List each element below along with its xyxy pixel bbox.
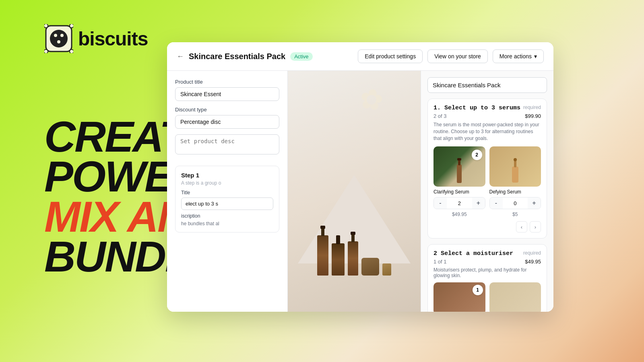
svg-rect-12 [512,167,518,183]
product-thumb-defying: Defying Serum - 0 + $5 [489,146,541,217]
edit-product-settings-button[interactable]: Edit product settings [358,49,423,63]
clarifying-serum-name: Clarifying Serum [433,189,485,195]
defying-qty-plus[interactable]: + [528,197,541,209]
discount-type-select[interactable]: Percentage disc Fixed amount No discount [175,115,279,129]
product-editor-card: ← Skincare Essentials Pack Active Edit p… [167,42,553,312]
product-image-area: ✿ [288,71,421,312]
serum-bottle-icon [451,156,467,185]
right-preview-panel: 1. Select up to 3 serums required 2 of 3… [421,71,553,312]
step1-section: Step 1 A step is a group o Title iscript… [175,166,279,232]
step2-preview-card: 2 Select a moisturiser required 1 of 1 $… [427,244,547,312]
step1-card-title: 1. Select up to 3 serums [433,105,520,111]
more-actions-button[interactable]: More actions ▾ [493,49,544,63]
svg-rect-11 [457,158,461,160]
step1-meta: 2 of 3 $99.90 [433,113,541,119]
small-jar [361,258,379,276]
bundle-title-display [427,77,547,93]
svg-point-8 [70,49,73,53]
moisturiser2-thumb [489,282,541,312]
step2-card-title: 2 Select a moisturiser [433,250,513,257]
step2-count: 1 of 1 [433,259,447,265]
step2-required-badge: required [523,250,541,256]
step1-desc-label: iscription [181,213,273,219]
svg-point-5 [44,24,48,28]
step2-desc-preview: Moisturisers protect, plump, and hydrate… [433,267,541,278]
clarifying-qty-plus[interactable]: + [472,197,485,209]
product-title-label: Product title [175,79,279,85]
defying-serum-name: Defying Serum [489,189,541,195]
step1-desc-preview: The serum is the most power-packed step … [433,121,541,142]
moisturiser2-image [489,282,541,312]
moisturiser1-badge: 1 [473,285,483,295]
flower-decoration: ✿ [357,81,386,117]
next-arrow-button[interactable]: › [530,221,541,232]
product-title-input[interactable] [175,87,279,101]
svg-point-7 [44,49,48,53]
svg-point-4 [57,40,60,43]
step1-count: 2 of 3 [433,113,447,119]
step2-meta: 1 of 1 $49.95 [433,259,541,265]
step1-title-label: Title [181,190,273,195]
step1-title-input[interactable] [181,197,273,210]
step1-preview-card: 1. Select up to 3 serums required 2 of 3… [427,99,547,239]
nav-arrows: ‹ › [433,221,541,232]
svg-point-3 [60,34,64,37]
svg-rect-13 [514,160,516,167]
chevron-down-icon: ▾ [534,53,537,60]
product-image-placeholder: ✿ [288,71,421,312]
brand-name: biscuits [78,28,148,50]
medium-bottle [332,243,345,276]
step2-products-row: 1 [433,282,541,312]
clarifying-serum-badge: 2 [472,150,482,160]
left-editor-panel: Product title Discount type Percentage d… [167,71,288,312]
svg-point-2 [54,34,57,37]
svg-point-6 [70,24,73,28]
bottle-group [317,235,391,276]
logo-area: biscuits [44,24,148,53]
clarifying-qty-control: - 2 + [433,197,485,209]
right-panel-inner: 1. Select up to 3 serums required 2 of 3… [421,71,553,312]
clarifying-qty-minus[interactable]: - [434,197,447,209]
discount-type-label: Discount type [175,107,279,113]
defying-serum-image [489,146,541,187]
product-name-header: Skincare Essentials Pack [189,52,285,61]
svg-rect-10 [458,160,460,165]
card-body: Product title Discount type Percentage d… [167,71,553,312]
defying-qty-value: 0 [503,200,528,206]
svg-rect-9 [457,165,462,183]
clarifying-price: $49.95 [433,212,485,217]
biscuits-logo-icon [44,24,73,53]
moisturiser1-thumb: 1 [433,282,485,312]
tall-bottle [317,235,328,276]
step2-card-header: 2 Select a moisturiser required [433,250,541,257]
defying-price: $5 [489,212,541,217]
tiny-bottle [382,263,391,276]
svg-point-14 [514,158,517,161]
step1-title: Step 1 [181,172,273,179]
moisturiser1-image: 1 [433,282,485,312]
step1-card-header: 1. Select up to 3 serums required [433,105,541,111]
clarifying-serum-image: 2 [433,146,485,187]
step1-price: $99.90 [525,113,541,119]
dropper-bottle-icon [507,156,523,185]
step1-description: A step is a group o [181,180,273,186]
card-header: ← Skincare Essentials Pack Active Edit p… [167,42,553,71]
defying-qty-control: - 0 + [489,197,541,209]
prev-arrow-button[interactable]: ‹ [516,221,527,232]
product-thumb-clarifying: 2 Clarifying Serum - [433,146,485,217]
view-on-store-button[interactable]: View on your store [427,49,488,63]
step1-desc-note: he bundles that al [181,221,273,226]
svg-point-1 [50,30,68,47]
step1-required-badge: required [523,105,541,110]
defying-qty-minus[interactable]: - [490,197,503,209]
status-badge: Active [290,52,312,61]
medium-bottle2 [348,241,358,276]
product-description-textarea[interactable] [175,134,279,154]
step2-price: $49.95 [525,259,541,265]
products-row: 2 Clarifying Serum - [433,146,541,217]
back-button[interactable]: ← [177,52,184,61]
clarifying-qty-value: 2 [447,200,472,206]
